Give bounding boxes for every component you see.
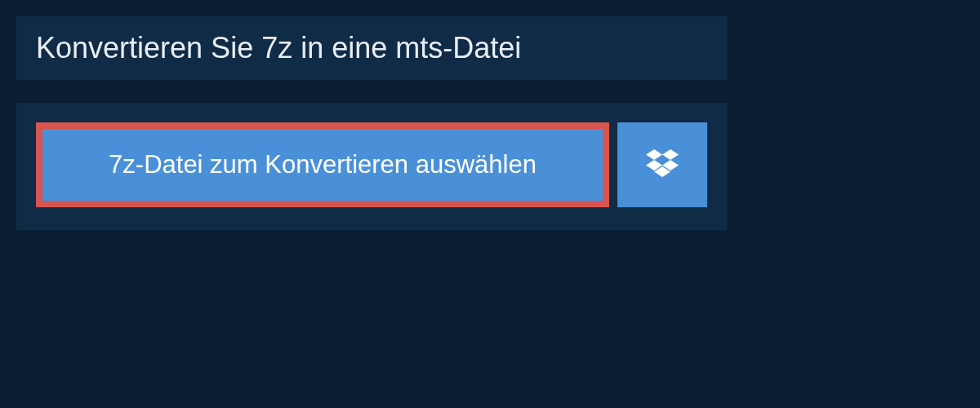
upload-panel: 7z-Datei zum Konvertieren auswählen bbox=[16, 103, 727, 230]
dropbox-button[interactable] bbox=[617, 122, 707, 207]
title-bar: Konvertieren Sie 7z in eine mts-Datei bbox=[16, 16, 727, 80]
dropbox-icon bbox=[646, 149, 679, 180]
title-panel: Konvertieren Sie 7z in eine mts-Datei bbox=[16, 16, 727, 80]
select-file-label: 7z-Datei zum Konvertieren auswählen bbox=[109, 150, 537, 180]
select-file-button[interactable]: 7z-Datei zum Konvertieren auswählen bbox=[36, 122, 609, 207]
page-title: Konvertieren Sie 7z in eine mts-Datei bbox=[36, 31, 707, 65]
